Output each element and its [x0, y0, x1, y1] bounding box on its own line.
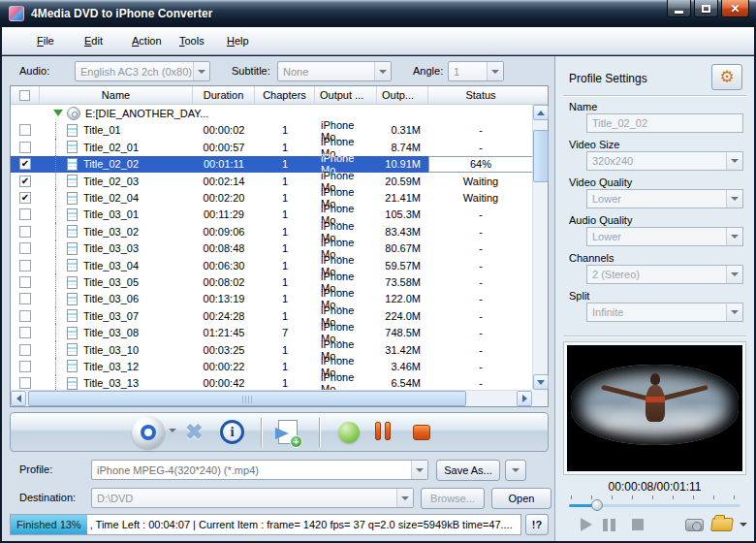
header-output[interactable]: Output ... [315, 86, 377, 104]
table-row[interactable]: Title_03_06 00:13:19 1 iPhone Mo... 122.… [11, 291, 532, 307]
table-row[interactable]: Title_02_01 00:00:57 1 iPhone Mo... 8.74… [11, 139, 532, 155]
chevron-down-icon [726, 266, 742, 283]
row-checkbox[interactable] [19, 142, 31, 153]
audio-select[interactable]: English AC3 2ch (0x80) [75, 61, 210, 81]
subtitle-select[interactable]: None [277, 61, 392, 81]
row-checkbox[interactable] [19, 226, 31, 238]
status-cell: - [428, 122, 532, 139]
document-icon [67, 192, 78, 205]
row-checkbox[interactable] [19, 242, 31, 254]
horizontal-scrollbar[interactable] [11, 390, 532, 406]
close-button[interactable]: ✕ [721, 0, 749, 17]
header-chapters[interactable]: Chapters [255, 86, 315, 104]
header-name[interactable]: Name [40, 86, 193, 104]
stop-button[interactable] [413, 425, 430, 440]
table-row[interactable]: ✔ Title_02_04 00:02:20 1 iPhone Mo... 21… [11, 189, 532, 206]
menu-item-file[interactable]: File [33, 32, 80, 49]
menu-item-action[interactable]: Action [128, 32, 175, 49]
vertical-scrollbar[interactable] [532, 105, 548, 390]
profile-select[interactable]: iPhone MPEG-4(320*240) (*.mp4) [91, 460, 428, 480]
header-output-size[interactable]: Outp... [377, 86, 428, 104]
field-control[interactable]: Lower [586, 227, 743, 246]
tree-line [55, 173, 67, 189]
row-checkbox[interactable]: ✔ [19, 176, 31, 187]
header-select-all[interactable] [11, 86, 40, 104]
info-button[interactable]: i [220, 420, 244, 444]
angle-select[interactable]: 1 [448, 61, 504, 81]
profile-more-button[interactable] [505, 460, 526, 481]
menu-item-edit[interactable]: Edit [80, 32, 128, 49]
table-row[interactable]: ✔ Title_02_02 00:01:11 1 iPhone Mo... 10… [11, 156, 532, 173]
table-row[interactable]: Title_01 00:00:02 1 iPhone Mo... 0.31M - [11, 122, 532, 139]
row-checkbox[interactable] [19, 377, 31, 389]
table-row[interactable]: Title_03_03 00:08:48 1 iPhone Mo... 80.6… [11, 240, 532, 257]
row-checkbox[interactable]: ✔ [19, 158, 31, 170]
status-cell: - [428, 257, 532, 273]
open-dvd-button[interactable] [132, 416, 165, 449]
scroll-down-button[interactable] [533, 374, 549, 390]
preview-stop-button[interactable] [631, 516, 645, 533]
scroll-up-button[interactable] [533, 105, 549, 120]
open-snapshot-folder-button[interactable] [710, 516, 734, 533]
vertical-scroll-thumb[interactable] [533, 130, 549, 182]
row-checkbox[interactable] [19, 260, 31, 272]
row-checkbox[interactable] [19, 276, 31, 288]
field-label: Split [569, 290, 754, 303]
minimize-button[interactable] [667, 0, 691, 17]
snapshot-folder-dropdown[interactable] [738, 516, 749, 533]
open-dvd-dropdown[interactable] [169, 429, 176, 432]
maximize-button[interactable] [694, 0, 718, 17]
row-checkbox[interactable] [19, 293, 31, 304]
seek-slider[interactable] [569, 495, 740, 511]
scroll-left-button[interactable] [11, 391, 26, 406]
browse-button[interactable]: Browse... [421, 488, 485, 509]
table-row[interactable]: Title_03_10 00:03:25 1 iPhone Mo... 31.4… [11, 341, 532, 358]
play-button[interactable] [579, 516, 594, 533]
row-checkbox[interactable] [19, 208, 31, 220]
table-row[interactable]: Title_03_02 00:09:06 1 iPhone Mo... 83.4… [11, 223, 532, 240]
field-control[interactable]: Title_02_02 [586, 113, 743, 133]
playback-time: 00:00:08/00:01:11 [555, 480, 754, 494]
field-label: Channels [569, 252, 754, 265]
snapshot-button[interactable] [683, 516, 705, 533]
scroll-right-button[interactable] [517, 391, 532, 406]
table-row[interactable]: ✔ Title_02_03 00:02:14 1 iPhone Mo... 20… [11, 173, 532, 189]
slider-thumb[interactable] [591, 499, 603, 511]
field-control[interactable]: Lower [586, 189, 743, 208]
open-button[interactable]: Open [491, 488, 551, 509]
table-row[interactable]: Title_03_05 00:08:02 1 iPhone Mo... 73.5… [11, 273, 532, 290]
tree-line [55, 273, 67, 290]
header-duration[interactable]: Duration [193, 86, 255, 104]
collapse-expander-icon[interactable] [53, 110, 63, 116]
pause-button[interactable] [375, 422, 391, 440]
add-file-button[interactable]: + [278, 420, 298, 444]
row-checkbox[interactable] [19, 361, 31, 372]
row-checkbox[interactable] [19, 344, 31, 356]
status-help-button[interactable]: !? [525, 514, 549, 535]
header-status[interactable]: Status [428, 86, 533, 104]
advanced-settings-button[interactable]: ⚙ [711, 64, 742, 90]
destination-select[interactable]: D:\DVD [91, 488, 414, 508]
select-all-checkbox[interactable] [19, 90, 30, 101]
table-row[interactable]: Title_03_04 00:06:30 1 iPhone Mo... 59.5… [11, 257, 532, 273]
table-row[interactable]: Title_03_13 00:00:42 1 iPhone Mo... 6.54… [11, 375, 532, 390]
preview-pause-button[interactable] [602, 516, 619, 533]
table-row[interactable]: Title_03_01 00:11:29 1 iPhone Mo... 105.… [11, 207, 532, 223]
menu-item-tools[interactable]: Tools [175, 32, 223, 49]
menu-item-help[interactable]: Help [223, 32, 270, 49]
row-checkbox[interactable]: ✔ [19, 192, 31, 204]
table-row[interactable]: Title_03_08 01:21:45 7 iPhone Mo... 748.… [11, 324, 532, 340]
field-control[interactable]: 320x240 [586, 151, 743, 171]
start-convert-button[interactable] [338, 422, 360, 443]
dvd-disc-row[interactable]: E:[DIE_ANOTHER_DAY... [11, 105, 532, 122]
field-control[interactable]: 2 (Stereo) [586, 265, 743, 284]
save-as-button[interactable]: Save As... [436, 460, 500, 481]
field-control[interactable]: Infinite [586, 303, 743, 322]
horizontal-scroll-thumb[interactable] [28, 391, 466, 406]
remove-button[interactable]: ✖ [185, 420, 203, 445]
row-checkbox[interactable] [19, 327, 31, 338]
table-row[interactable]: Title_03_07 00:24:28 1 iPhone Mo... 224.… [11, 307, 532, 324]
row-checkbox[interactable] [19, 310, 31, 322]
table-row[interactable]: Title_03_12 00:00:22 1 iPhone Mo... 3.46… [11, 358, 532, 374]
row-checkbox[interactable] [19, 124, 31, 136]
